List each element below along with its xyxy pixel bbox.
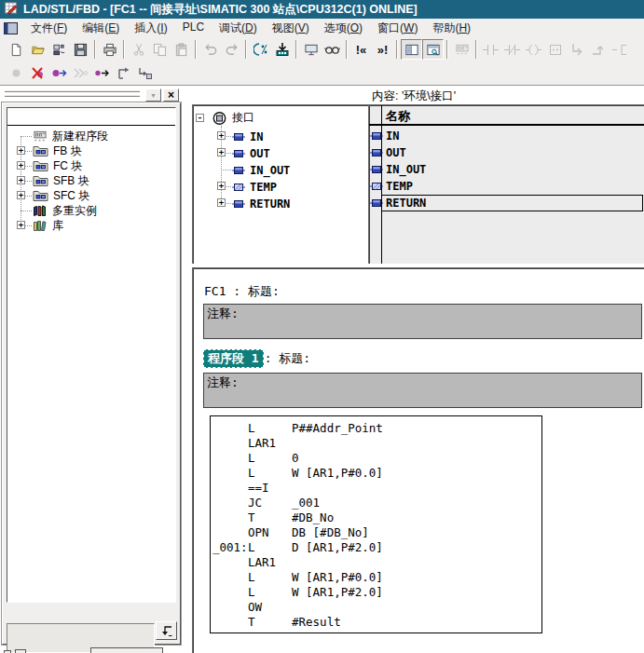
stl-line[interactable]: LP##Addr_Point [212, 421, 540, 436]
execute-button[interactable] [113, 63, 134, 84]
interface-root[interactable]: 接口 [212, 110, 254, 126]
expand-plus-icon[interactable]: + [217, 198, 226, 207]
expand-plus-icon[interactable]: + [217, 182, 226, 190]
decl-row-in[interactable]: IN [369, 128, 644, 144]
download-button[interactable] [271, 39, 293, 60]
stl-line[interactable]: _001:LD [AR1,P#2.0] [212, 540, 540, 555]
stl-line[interactable]: T#Result [212, 615, 540, 630]
run-to-cursor-button[interactable] [48, 63, 70, 84]
menu-item-1[interactable]: 编辑(E) [75, 19, 127, 38]
stl-line[interactable]: OW [212, 600, 540, 615]
section-label: IN_OUT [250, 164, 290, 177]
paste-button [171, 39, 192, 60]
decl-temp-icon [232, 182, 245, 193]
menu-item-0[interactable]: 文件(F) [23, 19, 75, 38]
print-button[interactable] [99, 39, 120, 60]
expand-plus-icon[interactable]: + [17, 146, 25, 155]
stl-line[interactable]: ==I [212, 481, 540, 496]
menu-item-5[interactable]: 视图(V) [265, 19, 317, 38]
step-into-button[interactable] [134, 63, 156, 84]
stl-line[interactable]: JC_001 [212, 496, 540, 510]
panel-menu-button[interactable]: ▼ [145, 88, 161, 102]
stl-code-box[interactable]: LP##Addr_PointLAR1L0LW [AR1,P#0.0]==IJC_… [210, 415, 542, 633]
overview-toggle-button[interactable] [401, 39, 422, 60]
open-online-button[interactable] [48, 39, 70, 60]
network-title-line[interactable]: 程序段 1 : 标题: [203, 350, 310, 367]
program-status-button[interactable] [250, 39, 271, 60]
interface-section-out[interactable]: OUT [232, 145, 270, 161]
panel-close-button[interactable]: × [163, 88, 179, 102]
code-editor-panel: FC1 : 标题: 注释: 程序段 1 : 标题: 注释: LP##Addr_P… [192, 267, 644, 653]
decl-row-in_out[interactable]: IN_OUT [369, 161, 644, 178]
stl-line[interactable]: LAR1 [212, 436, 540, 451]
stl-line[interactable]: LW [AR1,P#2.0] [212, 585, 540, 600]
menu-item-3[interactable]: PLC [175, 19, 212, 38]
overview-item-2[interactable]: FC 块 [33, 158, 82, 173]
stl-jump-label [212, 496, 248, 510]
overview-item-1[interactable]: FB 块 [33, 143, 82, 158]
goto-next-error-button[interactable]: »! [372, 39, 393, 60]
monitor-button[interactable] [300, 39, 322, 60]
panel-gripper[interactable] [5, 89, 140, 92]
expand-plus-icon[interactable]: + [217, 148, 226, 156]
stl-jump-label [212, 436, 248, 451]
interface-section-in[interactable]: IN [232, 129, 263, 144]
interface-section-in_out[interactable]: IN_OUT [232, 162, 290, 178]
menu-item-8[interactable]: 帮助(H) [425, 19, 478, 38]
menu-item-6[interactable]: 选项(O) [317, 19, 370, 38]
new-document-button[interactable] [6, 39, 27, 60]
overview-item-3[interactable]: SFB 块 [33, 173, 89, 188]
panel-gripper[interactable] [5, 94, 140, 97]
overview-item-5[interactable]: 多重实例 [33, 203, 97, 218]
block-title[interactable]: FC1 : 标题: [204, 283, 280, 300]
decl-row-return[interactable]: RETURN [369, 195, 644, 211]
glasses-button[interactable] [322, 39, 343, 60]
network-label-selected[interactable]: 程序段 1 [203, 349, 264, 368]
tree-connector [221, 170, 231, 170]
network-comment-box[interactable]: 注释: [203, 373, 642, 408]
document-window-icon[interactable] [4, 22, 18, 34]
menu-item-2[interactable]: 插入(I) [127, 19, 174, 38]
stl-line[interactable]: LW [AR1,P#0.0] [212, 570, 540, 585]
stl-operand: DB [#DB_No] [292, 525, 369, 540]
decl-name: IN [386, 129, 399, 143]
detail-view-toggle-button[interactable] [422, 39, 444, 60]
expand-plus-icon[interactable]: + [17, 221, 25, 229]
redo-icon [225, 43, 240, 57]
interface-section-temp[interactable]: TEMP [232, 179, 277, 195]
collapse-minus-icon[interactable]: - [196, 114, 204, 122]
decl-row-out[interactable]: OUT [369, 144, 644, 161]
app-icon [4, 1, 19, 18]
menu-bar: 文件(F)编辑(E)插入(I)PLC调试(D)视图(V)选项(O)窗口(W)帮助… [0, 19, 644, 37]
expand-plus-icon[interactable]: + [17, 191, 25, 199]
bottom-tab-fragment[interactable] [90, 647, 163, 653]
open-folder-button[interactable] [27, 39, 48, 60]
interface-label: 接口 [232, 110, 254, 126]
breakpoints-off-button[interactable] [27, 63, 48, 84]
overview-item-0[interactable]: 新建程序段 [33, 129, 108, 143]
menu-item-7[interactable]: 窗口(W) [370, 19, 425, 38]
chevron-down-icon: ▼ [150, 92, 157, 99]
menu-item-4[interactable]: 调试(D) [212, 19, 265, 38]
save-button[interactable] [70, 39, 91, 60]
expand-plus-icon[interactable]: + [17, 161, 25, 170]
stl-line[interactable]: OPNDB [#DB_No] [212, 525, 540, 540]
overview-item-4[interactable]: SFC 块 [33, 188, 89, 203]
interface-section-return[interactable]: RETURN [232, 196, 290, 211]
stl-line[interactable]: LW [AR1,P#0.0] [212, 466, 540, 481]
goto-next-error-icon: »! [377, 43, 389, 57]
expand-plus-icon[interactable]: + [217, 131, 226, 140]
stl-line[interactable]: L0 [212, 451, 540, 466]
jump-to-location-button[interactable] [156, 621, 177, 640]
continue-button[interactable] [91, 63, 113, 84]
new-network-item-icon [33, 129, 48, 143]
stl-line[interactable]: LAR1 [212, 555, 540, 570]
stl-line[interactable]: T#DB_No [212, 510, 540, 525]
goto-prev-error-button[interactable]: !« [350, 39, 372, 60]
block-comment-box[interactable]: 注释: [203, 304, 642, 339]
expand-plus-icon[interactable]: + [17, 176, 25, 184]
title-bar[interactable]: LAD/STL/FBD - [FC1 -- 间接寻址\SIMATIC 300 站… [0, 0, 644, 19]
stl-operand: W [AR1,P#0.0] [292, 570, 383, 585]
overview-item-6[interactable]: 库 [33, 218, 63, 233]
decl-row-temp[interactable]: TEMP [369, 178, 644, 195]
